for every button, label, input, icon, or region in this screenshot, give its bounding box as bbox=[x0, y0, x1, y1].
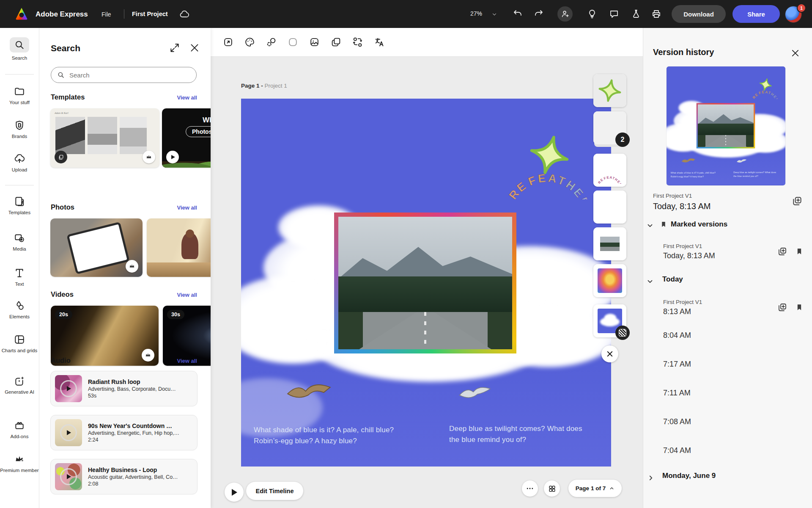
flask-icon[interactable] bbox=[631, 9, 641, 19]
photos-view-all-link[interactable]: View all bbox=[177, 204, 197, 211]
resize-icon[interactable] bbox=[223, 37, 233, 47]
duplicate-version-icon[interactable] bbox=[792, 196, 803, 207]
sidebar-item-add-ons[interactable]: Add-ons bbox=[0, 420, 39, 439]
layer-thumb-group[interactable]: 2 bbox=[593, 111, 626, 144]
file-menu[interactable]: File bbox=[102, 11, 111, 18]
layer-thumb-photo[interactable] bbox=[593, 227, 626, 260]
duplicate-pages-icon[interactable] bbox=[331, 37, 341, 47]
audio-title: Healthy Business - Loop bbox=[88, 467, 178, 473]
audio-view-all-link[interactable]: View all bbox=[177, 358, 197, 364]
version-preview-image[interactable]: FEATHERS BENEATH THE AZURE What shade of… bbox=[667, 66, 785, 185]
sidebar-item-your-stuff[interactable]: Your stuff bbox=[0, 86, 39, 105]
audio-item-radiant-rush[interactable]: Radiant Rush loop Advertising, Bass, Cor… bbox=[50, 371, 198, 406]
version-entry-time[interactable]: 7:04 AM bbox=[663, 446, 691, 455]
version-entry-time[interactable]: 7:08 AM bbox=[663, 417, 691, 426]
version-entry-time[interactable]: 8:04 AM bbox=[663, 331, 691, 340]
duplicate-version-icon[interactable] bbox=[777, 246, 787, 257]
bird-left-element[interactable] bbox=[286, 381, 333, 402]
swap-icon[interactable] bbox=[352, 37, 363, 47]
theme-palette-icon[interactable] bbox=[244, 37, 255, 47]
templates-view-all-link[interactable]: View all bbox=[177, 94, 197, 101]
bird-right-element[interactable] bbox=[458, 384, 492, 404]
shape-icon[interactable] bbox=[288, 37, 298, 47]
page-indicator-button[interactable]: Page 1 of 7 bbox=[568, 480, 622, 497]
circular-text-thumb: FEATHERS BENEATH THE AZURE bbox=[596, 157, 623, 184]
video-card-particles[interactable]: 30s bbox=[163, 306, 211, 366]
audio-item-new-years-countdown[interactable]: 90s New Year's Countdown … Advertising, … bbox=[50, 415, 198, 450]
star-thumb-icon bbox=[597, 77, 623, 104]
template-photo bbox=[120, 117, 147, 154]
marked-version-time[interactable]: Today, 8:13 AM bbox=[663, 251, 715, 260]
caption-text-left[interactable]: What shade of blue is it? A pale, chill … bbox=[254, 425, 402, 447]
framed-road-photo[interactable] bbox=[334, 213, 516, 353]
version-entry-name[interactable]: First Project V1 bbox=[663, 299, 702, 305]
version-entry-time[interactable]: 7:11 AM bbox=[663, 389, 691, 398]
collapse-marked-versions-icon[interactable] bbox=[646, 222, 654, 229]
expand-panel-icon[interactable] bbox=[169, 42, 180, 53]
sidebar-item-brands[interactable]: Brands bbox=[0, 120, 39, 139]
play-preview-button[interactable] bbox=[225, 483, 244, 502]
audio-thumbnail bbox=[55, 375, 82, 402]
printer-icon[interactable] bbox=[651, 9, 661, 19]
layer-thumb-circular-text[interactable]: FEATHERS BENEATH THE AZURE bbox=[593, 154, 626, 187]
search-input[interactable] bbox=[69, 71, 190, 79]
sidebar-item-upload[interactable]: Upload bbox=[0, 153, 39, 173]
marked-version-name[interactable]: First Project V1 bbox=[663, 243, 702, 249]
redo-icon[interactable] bbox=[534, 9, 544, 19]
sidebar-item-generative-ai[interactable]: Generative AI bbox=[0, 375, 39, 395]
translate-icon[interactable] bbox=[374, 37, 385, 47]
videos-view-all-link[interactable]: View all bbox=[177, 292, 197, 298]
photo-card-cafe[interactable] bbox=[147, 218, 211, 277]
template-card-wedding[interactable]: Adam & Karl bbox=[50, 108, 159, 168]
photo-card-tablet[interactable] bbox=[50, 218, 143, 277]
sidebar-item-templates[interactable]: Templates bbox=[0, 196, 39, 215]
audio-tags: Advertising, Energetic, Fun, Hip hop,… bbox=[88, 430, 179, 436]
comment-icon[interactable] bbox=[609, 9, 619, 19]
bookmark-filled-icon[interactable] bbox=[795, 303, 804, 312]
sidebar-item-elements[interactable]: Elements bbox=[0, 300, 39, 320]
close-version-history-icon[interactable] bbox=[790, 48, 800, 58]
chevron-down-icon[interactable] bbox=[491, 11, 497, 17]
expand-monday-icon[interactable] bbox=[647, 474, 655, 482]
audio-item-healthy-business[interactable]: Healthy Business - Loop Acoustic guitar,… bbox=[50, 459, 198, 494]
audio-tags: Acoustic guitar, Advertising, Bell, Co… bbox=[88, 474, 178, 480]
deselect-close-button[interactable] bbox=[601, 345, 618, 362]
sidebar-item-text[interactable]: Text bbox=[0, 268, 39, 287]
caption-text-right[interactable]: Deep blue as twilight comes? What does t… bbox=[449, 423, 591, 446]
animate-icon[interactable] bbox=[266, 37, 277, 47]
left-rail: Search Your stuff Brands Upload Template… bbox=[0, 28, 39, 508]
sidebar-item-label: Search bbox=[0, 55, 39, 61]
ellipsis-icon bbox=[526, 484, 534, 493]
zoom-control[interactable]: 27% bbox=[470, 10, 482, 17]
sidebar-item-charts-and-grids[interactable]: Charts and grids bbox=[0, 334, 39, 353]
layer-thumb-cloud[interactable] bbox=[593, 304, 626, 337]
close-panel-icon[interactable] bbox=[189, 42, 200, 53]
duplicate-version-icon[interactable] bbox=[777, 302, 787, 312]
layer-thumb-empty[interactable] bbox=[593, 190, 626, 224]
design-canvas-page-1[interactable]: FEATHERS BENEATH THE AZURE What shade of… bbox=[241, 99, 611, 467]
page-grid-view-button[interactable] bbox=[544, 480, 560, 497]
adobe-express-logo-icon[interactable] bbox=[15, 8, 28, 20]
project-name[interactable]: First Project bbox=[132, 11, 168, 17]
lightbulb-icon[interactable] bbox=[587, 9, 597, 19]
add-collaborator-button[interactable] bbox=[557, 6, 573, 22]
frame-icon[interactable] bbox=[309, 37, 320, 47]
download-button[interactable]: Download bbox=[672, 5, 726, 23]
undo-icon[interactable] bbox=[513, 9, 523, 19]
layer-thumb-rainbow[interactable] bbox=[593, 264, 626, 297]
template-card-dark[interactable]: Wh Photos bbox=[162, 108, 211, 168]
more-options-button[interactable] bbox=[522, 480, 538, 497]
share-button[interactable]: Share bbox=[732, 5, 780, 23]
collapse-today-icon[interactable] bbox=[646, 278, 654, 285]
edit-timeline-button[interactable]: Edit Timeline bbox=[246, 482, 303, 500]
upload-cloud-icon bbox=[14, 153, 25, 164]
version-entry-time[interactable]: 8:13 AM bbox=[663, 307, 691, 316]
sidebar-item-premium-member[interactable]: Premium member bbox=[0, 454, 39, 473]
notification-badge: 1 bbox=[797, 3, 806, 13]
version-entry-time[interactable]: 7:17 AM bbox=[663, 360, 691, 369]
sidebar-item-label: Charts and grids bbox=[0, 348, 39, 353]
layer-thumb-star[interactable] bbox=[593, 74, 626, 107]
bookmark-filled-icon[interactable] bbox=[795, 247, 804, 256]
sidebar-item-search[interactable]: Search bbox=[0, 37, 39, 61]
sidebar-item-media[interactable]: Media bbox=[0, 232, 39, 252]
